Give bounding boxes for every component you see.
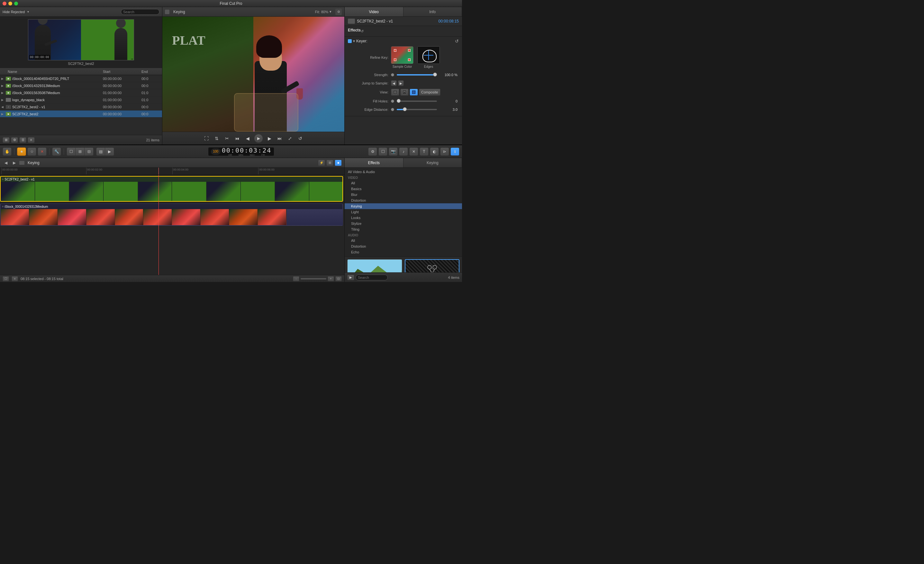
effects-undo-button[interactable]: ↺ xyxy=(361,29,364,33)
viewer-fullscreen-button[interactable]: ⛶ xyxy=(202,135,210,142)
list-item[interactable]: ▶ ▶ iStock_000015635087Medium 01:00:00:0… xyxy=(0,89,162,96)
browser-action-button[interactable]: ⊞ xyxy=(3,137,10,143)
sample-color-button[interactable] xyxy=(391,46,414,64)
close-button[interactable] xyxy=(3,1,6,6)
timeline-playhead[interactable] xyxy=(159,168,159,174)
keyer-undo-button[interactable]: ↺ xyxy=(455,39,459,44)
edge-distance-slider[interactable] xyxy=(397,109,437,110)
fill-holes-slider[interactable] xyxy=(397,100,437,102)
effect-image-mask[interactable]: Image Mask xyxy=(347,259,402,272)
effects-preview-btn[interactable]: ▶ xyxy=(347,275,354,280)
viewer-flip-button[interactable]: ⇅ xyxy=(213,135,220,142)
effects-search-input[interactable] xyxy=(356,275,388,280)
category-basics[interactable]: Basics xyxy=(345,186,462,192)
jump-forward-button[interactable]: ▶ xyxy=(398,80,404,86)
expand-icon[interactable]: ▶ xyxy=(1,77,6,80)
category-tiling[interactable]: Tiling xyxy=(345,226,462,232)
toolbar-clip-btn[interactable]: ☐ xyxy=(378,147,387,156)
category-blur[interactable]: Blur xyxy=(345,192,462,197)
keyer-enable-checkbox[interactable] xyxy=(348,39,352,43)
keyer-triangle[interactable]: ▾ xyxy=(353,39,355,43)
tab-effects[interactable]: Effects xyxy=(345,158,404,168)
toolbar-theme-btn[interactable]: ⊳ xyxy=(440,147,449,156)
viewer-fit-control[interactable]: Fit: 80% ▾ xyxy=(315,10,332,14)
view-btn-1[interactable] xyxy=(391,89,399,96)
strength-slider-thumb[interactable] xyxy=(433,73,437,76)
list-item[interactable]: ▶ logo_dynapep_black 01:00:00:00 01:0 xyxy=(0,96,162,103)
timeline-back-button[interactable]: ◀ xyxy=(3,160,9,166)
toolbar-audio-btn[interactable]: ♪ xyxy=(399,147,408,156)
category-stylize[interactable]: Stylize xyxy=(345,221,462,226)
browser-search-input[interactable] xyxy=(121,9,159,15)
toolbar-clip-btn-2[interactable]: ⊞ xyxy=(75,147,84,156)
viewer-loop-button[interactable]: ↺ xyxy=(296,135,304,142)
browser-filter-button[interactable]: ☰ xyxy=(19,137,26,143)
viewer-settings-button[interactable]: ⚙ xyxy=(335,9,342,15)
expand-icon[interactable]: ▶ xyxy=(1,112,6,116)
expand-icon[interactable]: ◀ xyxy=(1,105,6,109)
list-item[interactable]: ▶ ▶ SC2FTK2_best2 00:00:00:00 00:0 xyxy=(0,111,162,118)
timeline-snap-btn[interactable]: ⊞ xyxy=(326,160,333,166)
expand-icon[interactable]: ▶ xyxy=(1,91,6,94)
browser-settings-button[interactable]: ⚙ xyxy=(11,137,18,143)
composite-button[interactable]: Composite xyxy=(419,89,441,96)
toolbar-reject-button[interactable]: ✕ xyxy=(38,147,46,156)
jump-back-button[interactable]: ◀ xyxy=(391,80,397,86)
effects-all-video-audio[interactable]: All Video & Audio xyxy=(345,169,462,175)
view-btn-3[interactable] xyxy=(410,89,418,96)
toolbar-transition-btn[interactable]: ✕ xyxy=(409,147,418,156)
viewer-cut-button[interactable]: ✂ xyxy=(223,135,231,142)
toolbar-view-btn-1[interactable]: ▤ xyxy=(96,147,105,156)
category-all[interactable]: All xyxy=(345,180,462,186)
view-btn-2[interactable] xyxy=(400,89,409,96)
fit-timeline-btn[interactable]: ⊡ xyxy=(335,276,342,281)
viewer-skip-forward-button[interactable]: ⏭ xyxy=(276,135,284,142)
viewer-forward-frame-button[interactable]: ▶ xyxy=(266,135,273,142)
video-clip-1[interactable]: ≡ SC2FTK2_best2 - v1 xyxy=(0,176,343,202)
toolbar-photo-btn[interactable]: 📷 xyxy=(389,147,398,156)
zoom-slider[interactable] xyxy=(301,278,326,280)
viewer-play-button[interactable]: ▶ xyxy=(254,134,263,143)
tab-keying[interactable]: Keying xyxy=(404,158,462,168)
list-item[interactable]: ▶ ▶ iStock_000014329313Medium 00:00:00:0… xyxy=(0,82,162,89)
toolbar-star-button[interactable]: ☆ xyxy=(27,147,36,156)
category-echo[interactable]: Echo xyxy=(345,249,462,255)
category-distortion-audio[interactable]: Distortion xyxy=(345,244,462,249)
maximize-button[interactable] xyxy=(14,1,18,6)
timeline-magnetic-btn[interactable]: ⚡ xyxy=(318,160,325,166)
viewer-back-frame-button[interactable]: ◀ xyxy=(244,135,251,142)
toolbar-clip-btn-1[interactable]: ☐ xyxy=(66,147,75,156)
toolbar-view-btn-2[interactable]: ▶ xyxy=(105,147,114,156)
viewer-fit-chevron[interactable]: ▾ xyxy=(330,10,332,14)
zoom-out-btn[interactable]: - xyxy=(293,276,299,281)
category-looks[interactable]: Looks xyxy=(345,215,462,221)
category-light[interactable]: Light xyxy=(345,209,462,215)
browser-view-button[interactable]: ≡ xyxy=(28,137,35,143)
edge-distance-thumb[interactable] xyxy=(403,107,407,111)
toolbar-tool-button[interactable]: 🔧 xyxy=(52,147,61,156)
hide-rejected-button[interactable]: Hide Rejected xyxy=(3,10,25,14)
list-item[interactable]: ◀ ♪ SC2FTK2_best2 - v1 00:00:00:00 00:0 xyxy=(0,103,162,111)
toolbar-magnify-button[interactable]: ⚙ xyxy=(368,147,377,156)
timeline-play-button[interactable]: ▶ xyxy=(11,160,17,166)
list-item[interactable]: ▶ ▶ iStock_000014040455HD720_PRLT 00:00:… xyxy=(0,75,162,82)
category-keying[interactable]: Keying xyxy=(345,203,462,209)
status-btn-1[interactable]: ☐ xyxy=(3,276,9,281)
fill-holes-thumb[interactable] xyxy=(397,99,400,103)
expand-icon[interactable]: ▶ xyxy=(1,84,6,87)
effect-keyer[interactable]: Keyer xyxy=(405,259,460,272)
toolbar-generator-btn[interactable]: ◐ xyxy=(430,147,439,156)
toolbar-info-btn[interactable]: ℹ xyxy=(450,147,459,156)
zoom-in-btn[interactable]: + xyxy=(328,276,334,281)
toolbar-clip-btn-3[interactable]: ⊟ xyxy=(84,147,93,156)
timeline-expand-btn[interactable]: ■ xyxy=(334,160,342,166)
expand-icon[interactable]: ▶ xyxy=(1,98,6,102)
tab-info[interactable]: Info xyxy=(404,7,462,16)
hide-rejected-chevron[interactable]: ▾ xyxy=(27,10,29,13)
edges-button[interactable] xyxy=(417,46,440,64)
minimize-button[interactable] xyxy=(8,1,12,6)
toolbar-hand-tool[interactable]: ✋ xyxy=(3,147,12,156)
strength-slider[interactable] xyxy=(397,74,437,75)
category-audio-all[interactable]: All xyxy=(345,238,462,244)
toolbar-favorite-button[interactable]: ★ xyxy=(17,147,26,156)
